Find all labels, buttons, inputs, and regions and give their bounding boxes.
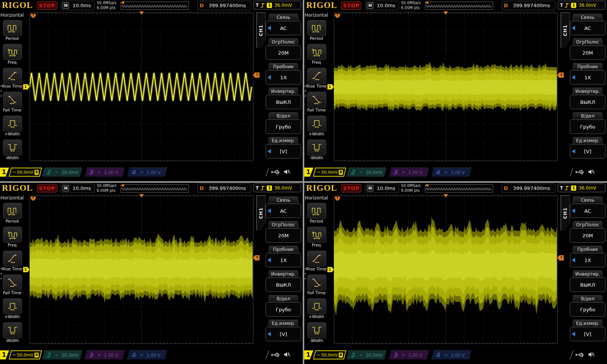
channel-4-status[interactable]: 4 = 1.00 V <box>127 168 167 177</box>
channel-2-status[interactable]: 2 ~ 20.0mV <box>42 350 82 359</box>
menu-item-probe[interactable]: Пробник 1X <box>266 246 301 267</box>
channel-tab[interactable]: CH1 <box>256 195 266 231</box>
menu-item-units[interactable]: Ед.измер. [V] <box>570 137 605 158</box>
channel-tab[interactable]: CH1 <box>256 13 266 48</box>
channel-1-status[interactable]: ~ 50.0mV B <box>9 168 42 177</box>
channel1-level-marker[interactable]: 1 <box>23 267 30 272</box>
run-state-badge[interactable]: STOP <box>37 184 57 193</box>
menu-item-bandwidth[interactable]: ОгрПолос 20M <box>570 221 605 243</box>
channel-1-status[interactable]: ~ 50.0mV B <box>313 168 346 177</box>
waveform-preview-strip[interactable] <box>425 2 493 10</box>
sidebar-item-fall-time[interactable] <box>307 275 326 290</box>
channel-menu: CH1 Связь AC ОгрПолос 20M Пробник 1X Инв… <box>253 11 303 167</box>
waveform-preview-strip[interactable] <box>425 184 493 193</box>
channel-2-badge: 2 <box>46 169 50 176</box>
chevron-left-icon <box>572 209 575 213</box>
sidebar-item-freq[interactable] <box>307 227 326 243</box>
channel1-level-marker[interactable]: 1 <box>23 84 30 89</box>
channel-1-badge[interactable]: 1 <box>0 168 9 177</box>
sidebar-item-pos-width[interactable] <box>307 116 326 132</box>
sidebar-item-period[interactable] <box>3 20 22 36</box>
channel-3-status[interactable]: 3 = 1.00 V <box>389 350 429 359</box>
sidebar-item-neg-width[interactable] <box>3 140 22 155</box>
menu-item-bandwidth[interactable]: ОгрПолос 20M <box>570 38 605 60</box>
channel1-level-marker[interactable]: 1 <box>327 267 334 272</box>
menu-item-bandwidth[interactable]: ОгрПолос 20M <box>266 38 301 60</box>
sidebar-item-fall-time[interactable] <box>307 92 326 108</box>
menu-item-units[interactable]: Ед.измер. [V] <box>570 320 605 341</box>
menu-item-invert[interactable]: Инвертир. ВЫКЛ <box>266 270 301 292</box>
sidebar-item-neg-width[interactable] <box>307 140 326 155</box>
sidebar-item-freq[interactable] <box>307 44 326 60</box>
channel1-level-marker[interactable]: 1 <box>327 84 334 89</box>
menu-item-invert[interactable]: Инвертир. ВЫКЛ <box>266 88 301 109</box>
sidebar-item-rise-time[interactable] <box>307 251 326 267</box>
channel-3-status[interactable]: 3 = 1.00 V <box>85 168 125 177</box>
menu-item-coupling[interactable]: Связь AC <box>570 196 605 218</box>
menu-item-probe[interactable]: Пробник 1X <box>570 246 605 267</box>
channel-1-scale: 50.0mV <box>17 170 33 175</box>
channel-tab[interactable]: CH1 <box>561 13 570 48</box>
sidebar-item-pos-width[interactable] <box>3 116 22 132</box>
sidebar-item-rise-time[interactable] <box>3 68 22 84</box>
graticule-display: T 1 T <box>30 195 253 344</box>
channel-3-status[interactable]: 3 = 1.00 V <box>85 350 125 359</box>
channel-4-badge: 4 <box>436 351 440 359</box>
menu-item-coupling[interactable]: Связь AC <box>266 196 301 218</box>
sidebar-item-pos-width[interactable] <box>3 298 22 314</box>
channel-2-status[interactable]: 2 ~ 20.0mV <box>346 350 387 359</box>
sidebar-item-period[interactable] <box>3 203 22 219</box>
menu-item-units[interactable]: Ед.измер. [V] <box>266 137 301 158</box>
channel-2-status[interactable]: 2 ~ 20.0mV <box>42 168 82 177</box>
menu-item-units[interactable]: Ед.измер. [V] <box>266 320 301 341</box>
channel-tab[interactable]: CH1 <box>561 195 570 231</box>
channel-1-badge[interactable]: 1 <box>304 350 313 359</box>
channel-1-status[interactable]: ~ 50.0mV B <box>313 350 346 359</box>
channel-4-coupling: = <box>444 353 448 358</box>
channel-menu: CH1 Связь AC ОгрПолос 20M Пробник 1X Инв… <box>558 194 607 350</box>
menu-label: Ед.измер. <box>269 137 298 144</box>
sidebar-item-period[interactable] <box>307 203 326 219</box>
sidebar-item-freq[interactable] <box>3 44 22 60</box>
channel-3-status[interactable]: 3 = 1.00 V <box>389 168 429 177</box>
menu-item-invert[interactable]: Инвертир. ВЫКЛ <box>570 88 605 109</box>
menu-item-probe[interactable]: Пробник 1X <box>266 63 301 85</box>
status-divider <box>260 168 269 176</box>
menu-item-probe[interactable]: Пробник 1X <box>570 63 605 85</box>
waveform-preview-strip[interactable] <box>121 184 189 193</box>
run-state-badge[interactable]: STOP <box>341 184 362 193</box>
channel-4-status[interactable]: 4 = 1.00 V <box>431 350 472 359</box>
channel-1-status[interactable]: ~ 50.0mV B <box>9 350 42 359</box>
menu-item-invert[interactable]: Инвертир. ВЫКЛ <box>570 270 605 292</box>
sidebar-item-rise-time[interactable] <box>307 68 326 84</box>
sidebar-item-rise-time[interactable] <box>3 251 22 267</box>
run-state-badge[interactable]: STOP <box>341 1 362 10</box>
sidebar-item-freq[interactable] <box>3 227 22 243</box>
sidebar-item-fall-time[interactable] <box>3 275 22 290</box>
channel-2-coupling: ~ <box>55 353 58 358</box>
menu-label: Связь <box>269 196 298 204</box>
sidebar-item-period[interactable] <box>307 20 326 36</box>
channel-4-status[interactable]: 4 = 1.00 V <box>431 168 472 177</box>
menu-item-volts-div[interactable]: В/дел Грубо <box>266 112 301 134</box>
sidebar-item-pos-width[interactable] <box>307 298 326 314</box>
header-bar: RIGOL STOP H 10.0ms 50.0MSa/s 6.00M pts … <box>304 183 607 194</box>
menu-item-coupling[interactable]: Связь AC <box>570 14 605 35</box>
menu-item-volts-div[interactable]: В/дел Грубо <box>570 295 605 317</box>
trigger-slope-icon <box>260 185 265 191</box>
channel-4-status[interactable]: 4 = 1.00 V <box>127 350 167 359</box>
run-state-badge[interactable]: STOP <box>37 1 57 10</box>
menu-item-bandwidth[interactable]: ОгрПолос 20M <box>266 221 301 243</box>
menu-label: Пробник <box>573 63 602 70</box>
channel-1-badge[interactable]: 1 <box>0 350 9 359</box>
memory-depth: 6.00M pts <box>97 5 116 10</box>
channel-2-status[interactable]: 2 ~ 20.0mV <box>346 168 387 177</box>
menu-item-volts-div[interactable]: В/дел Грубо <box>266 295 301 317</box>
sidebar-item-fall-time[interactable] <box>3 92 22 108</box>
waveform-preview-strip[interactable] <box>121 2 189 10</box>
sidebar-item-neg-width[interactable] <box>3 322 22 338</box>
menu-item-volts-div[interactable]: В/дел Грубо <box>570 112 605 134</box>
sidebar-item-neg-width[interactable] <box>307 322 326 338</box>
channel-1-badge[interactable]: 1 <box>304 168 313 177</box>
menu-item-coupling[interactable]: Связь AC <box>266 14 301 35</box>
